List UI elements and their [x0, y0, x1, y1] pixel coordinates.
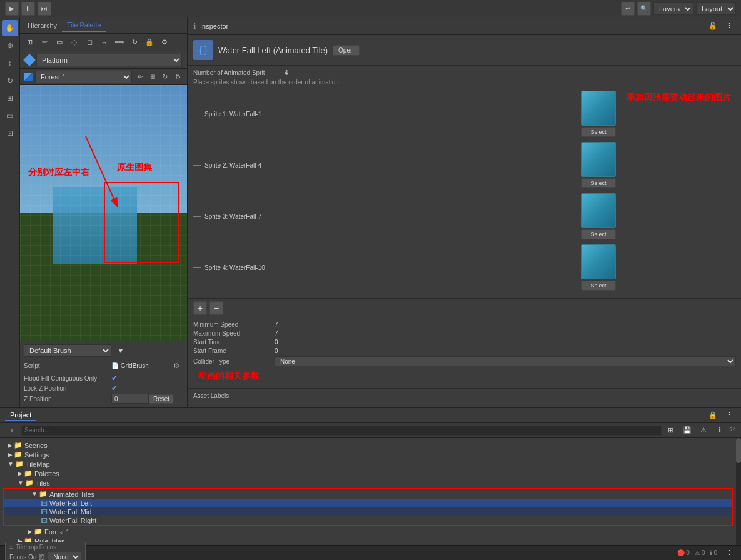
platform-select[interactable]: Platform [36, 54, 182, 66]
palettes-arrow[interactable]: ▶ [18, 470, 23, 477]
reset-button[interactable]: Reset [149, 394, 174, 404]
waterfall-left-item[interactable]: 🎞 WaterFall Left [4, 499, 732, 508]
pause-button[interactable]: ⏸ [21, 2, 35, 16]
forest-1-arrow[interactable]: ▶ [28, 528, 33, 535]
forest-palette-select[interactable]: Forest 1 [35, 71, 132, 83]
rule-tiles-item[interactable]: ▶ 📁 Rule Tiles [0, 536, 736, 545]
flip-v-icon[interactable]: ⟺ [113, 36, 126, 49]
palettes-item[interactable]: ▶ 📁 Palettes [0, 469, 736, 478]
add-remove-row: + − [188, 299, 741, 318]
move-tool[interactable]: ↕ [2, 55, 18, 71]
sprite-4-select-btn[interactable]: Select [581, 281, 616, 291]
forest-1-item[interactable]: ▶ 📁 Forest 1 [0, 527, 736, 536]
rotate-tool[interactable]: ↻ [2, 72, 18, 89]
tile-palette-tab[interactable]: Tile Palette [62, 19, 106, 32]
lock-icon[interactable]: 🔒 [143, 36, 156, 49]
min-speed-value: 7 [275, 321, 278, 328]
search-button[interactable]: 🔍 [637, 2, 651, 16]
rotate-icon[interactable]: ↻ [128, 36, 141, 49]
brush-select[interactable]: Default Brush [24, 344, 111, 357]
tilemap-arrow[interactable]: ▼ [8, 461, 14, 468]
sprite-2-select-btn[interactable]: Select [581, 178, 616, 188]
tiles-item[interactable]: ▼ 📁 Tiles [0, 478, 736, 488]
sprite-4-thumb-wrap: Select [581, 244, 616, 291]
eraser-icon[interactable]: ◻ [83, 36, 96, 49]
hierarchy-tab-bar: Hierarchy Tile Palette ⋮ [20, 18, 187, 34]
scenes-arrow[interactable]: ▶ [8, 442, 13, 449]
center-pivot[interactable]: ⊡ [2, 125, 18, 141]
settings-item[interactable]: ▶ 📁 Settings [0, 450, 736, 459]
more-status-icon[interactable]: ⋮ [722, 546, 736, 560]
brush-controls: Default Brush ▼ Script 📄 GridBrush ⚙ Flo… [20, 341, 187, 408]
waterfall-right-item[interactable]: 🎞 WaterFall Right [4, 516, 732, 525]
tiles-arrow[interactable]: ▼ [18, 479, 24, 486]
settings-icon[interactable]: ⚙ [158, 36, 171, 49]
add-sprite-btn[interactable]: + [193, 301, 207, 315]
project-more-icon[interactable]: ⋮ [722, 409, 736, 422]
palette-tools: ✏ ⊞ ↻ ⚙ [134, 71, 183, 82]
animated-tiles-folder-icon: 📁 [39, 490, 48, 498]
pencil-icon[interactable]: ✏ [38, 36, 51, 49]
project-tab[interactable]: Project [5, 410, 36, 421]
collider-type-select[interactable]: None [275, 356, 736, 366]
animated-tiles-item[interactable]: ▼ 📁 Animated Tiles [4, 489, 732, 499]
message-count: ℹ 0 [710, 549, 717, 556]
settings-arrow[interactable]: ▶ [8, 451, 13, 458]
layers-select[interactable]: Layers [653, 2, 693, 15]
tilemap-focus-label: Tilemap Focus [16, 544, 56, 551]
bottom-content: ▶ 📁 Scenes ▶ 📁 Settings ▼ 📁 TileMap ▶ 📁 [0, 438, 741, 545]
project-lock-icon[interactable]: 🔒 [706, 409, 720, 422]
z-position-input[interactable] [111, 394, 149, 404]
pencil-tool-btn[interactable]: ✏ [134, 71, 146, 82]
status-bar: ≡ Tilemap Focus Focus On 🖼 None 🔴 0 ⚠ 0 … [0, 545, 741, 560]
cursor-tool[interactable]: ⊕ [2, 38, 18, 54]
save-project-icon[interactable]: 💾 [680, 424, 694, 438]
more-options-icon[interactable]: ⋮ [722, 19, 736, 33]
hierarchy-panel: Hierarchy Tile Palette ⋮ ⊞ ✏ ▭ ◌ ◻ ↔ ⟺ ↻… [20, 18, 188, 408]
grid-icon[interactable]: ⊞ [23, 36, 36, 49]
layout-select[interactable]: Layout [696, 2, 736, 15]
flood-fill-checkbox[interactable]: ✔ [111, 374, 118, 382]
filter-icon[interactable]: ⊞ [664, 424, 678, 438]
search-input[interactable] [21, 426, 662, 436]
warning-icon[interactable]: ⚠ [697, 424, 710, 438]
rect-tool[interactable]: ▭ [2, 108, 18, 124]
grid-tool-btn[interactable]: ⊞ [147, 71, 158, 82]
lasso-icon[interactable]: ◌ [68, 36, 81, 49]
play-button[interactable]: ▶ [5, 2, 19, 16]
flip-h-icon[interactable]: ↔ [98, 36, 111, 49]
start-time-value: 0 [275, 339, 278, 346]
sprite-row-1: — Sprite 1: WaterFall-1 Select [193, 89, 616, 138]
hand-tool[interactable]: ✋ [2, 20, 18, 36]
waterfall-left-icon: 🎞 [41, 500, 48, 507]
scenes-item[interactable]: ▶ 📁 Scenes [0, 441, 736, 450]
add-asset-btn[interactable]: + [5, 424, 19, 438]
sprite-3-select-btn[interactable]: Select [581, 229, 616, 239]
sprite-1-select-btn[interactable]: Select [581, 127, 616, 137]
remove-sprite-btn[interactable]: − [209, 301, 223, 315]
palette-tile-icon [24, 72, 33, 81]
settings-palette-btn[interactable]: ⚙ [172, 71, 183, 82]
refresh-btn[interactable]: ↻ [159, 71, 171, 82]
tree-scrollbar[interactable] [736, 438, 741, 545]
rect-select-icon[interactable]: ▭ [53, 36, 66, 49]
tree-scroll-thumb[interactable] [736, 438, 741, 463]
hierarchy-tab[interactable]: Hierarchy [23, 20, 62, 31]
lock-z-checkbox[interactable]: ✔ [111, 384, 118, 392]
waterfall-mid-icon: 🎞 [41, 509, 48, 516]
lock-inspector-icon[interactable]: 🔓 [706, 19, 720, 33]
focus-on-select[interactable]: None [48, 552, 81, 560]
open-button[interactable]: Open [333, 45, 359, 56]
tab-more-btn[interactable]: ⋮ [178, 21, 184, 29]
step-button[interactable]: ⏭ [38, 2, 51, 16]
script-settings-icon[interactable]: ⚙ [169, 359, 183, 372]
animated-tiles-arrow[interactable]: ▼ [31, 491, 38, 498]
forest-1-label: Forest 1 [44, 528, 69, 536]
info-icon[interactable]: ℹ [713, 424, 727, 438]
waterfall-mid-label: WaterFall Mid [49, 508, 91, 516]
brush-dropdown-icon[interactable]: ▼ [114, 344, 128, 358]
waterfall-mid-item[interactable]: 🎞 WaterFall Mid [4, 508, 732, 516]
tilemap-item[interactable]: ▼ 📁 TileMap [0, 459, 736, 469]
scale-tool[interactable]: ⊞ [2, 90, 18, 106]
history-button[interactable]: ↩ [621, 2, 635, 16]
